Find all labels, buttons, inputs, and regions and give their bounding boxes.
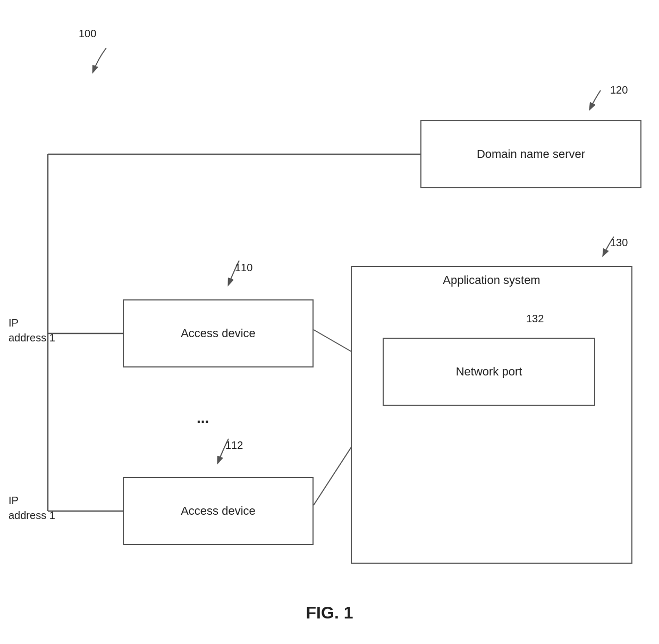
network-port-label: Network port [456, 365, 522, 379]
ip-address-1-bottom: IPaddress 1 [9, 493, 55, 523]
access-device-1-box: Access device [123, 299, 314, 367]
ref-100: 100 [79, 28, 96, 40]
app-system-ref: 130 [610, 237, 628, 249]
network-port-box: Network port [383, 338, 595, 406]
access-device-1-label: Access device [181, 327, 256, 340]
app-system-box: Application system [351, 266, 632, 564]
access-device-2-box: Access device [123, 477, 314, 545]
access-device-1-ref: 110 [235, 262, 252, 274]
fig-caption: FIG. 1 [0, 603, 659, 623]
dns-ref: 120 [610, 84, 628, 96]
access-device-2-label: Access device [181, 504, 256, 518]
ip-address-1-top: IPaddress 1 [9, 315, 55, 345]
access-device-2-ref: 112 [225, 439, 243, 451]
dots-label: ... [197, 409, 209, 426]
dns-label: Domain name server [477, 147, 585, 161]
app-system-label: Application system [443, 273, 540, 287]
network-port-ref: 132 [526, 313, 544, 325]
diagram-container: 100 Domain name server 120 Application s… [0, 0, 659, 644]
dns-box: Domain name server [420, 120, 641, 188]
